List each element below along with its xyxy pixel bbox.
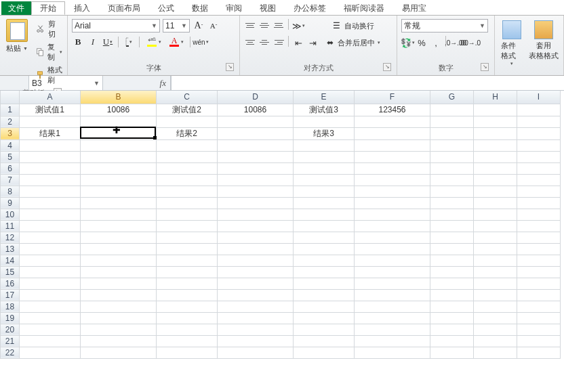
row-header-14[interactable]: 14 <box>1 255 20 266</box>
cell-G6[interactable] <box>430 162 474 174</box>
cell-A12[interactable] <box>20 232 81 243</box>
cell-I10[interactable] <box>517 209 561 220</box>
cell-G9[interactable] <box>430 197 474 209</box>
cell-E18[interactable] <box>294 301 355 312</box>
col-header-H[interactable]: H <box>474 91 517 104</box>
col-header-F[interactable]: F <box>355 91 430 104</box>
cell-F14[interactable] <box>355 255 430 266</box>
select-all-corner[interactable] <box>1 91 20 104</box>
cell-A1[interactable]: 测试值1 <box>20 104 81 116</box>
cell-H4[interactable] <box>474 139 517 151</box>
cell-B8[interactable] <box>81 186 157 197</box>
cell-I12[interactable] <box>517 232 561 243</box>
cell-E2[interactable] <box>294 116 355 127</box>
row-header-17[interactable]: 17 <box>1 289 20 301</box>
cell-H7[interactable] <box>474 174 517 186</box>
cell-B1[interactable]: 10086 <box>81 104 157 116</box>
cell-D4[interactable] <box>218 139 294 151</box>
cell-D9[interactable] <box>218 197 294 209</box>
cell-A15[interactable] <box>20 266 81 278</box>
cell-D21[interactable] <box>218 335 294 347</box>
cell-B9[interactable] <box>81 197 157 209</box>
cell-D22[interactable] <box>218 347 294 358</box>
cell-F21[interactable] <box>355 335 430 347</box>
cell-D19[interactable] <box>218 312 294 324</box>
cell-H8[interactable] <box>474 186 517 197</box>
cell-F8[interactable] <box>355 186 430 197</box>
row-header-5[interactable]: 5 <box>1 151 20 162</box>
font-size-combo[interactable]: 11▼ <box>163 19 190 32</box>
dialog-launcher[interactable]: ↘ <box>226 63 234 71</box>
format-table-button[interactable]: 套用 表格格式 <box>528 20 559 62</box>
cell-H12[interactable] <box>474 232 517 243</box>
cell-A9[interactable] <box>20 197 81 209</box>
tab-data[interactable]: 数据 <box>183 1 217 15</box>
cell-G5[interactable] <box>430 151 474 162</box>
cell-E1[interactable]: 测试值3 <box>294 104 355 116</box>
cell-C21[interactable] <box>157 335 218 347</box>
cell-B22[interactable] <box>81 347 157 358</box>
cell-F11[interactable] <box>355 220 430 232</box>
align-bottom-button[interactable] <box>273 20 285 30</box>
cell-F13[interactable] <box>355 243 430 255</box>
percent-button[interactable]: % <box>416 37 428 49</box>
cell-A5[interactable] <box>20 151 81 162</box>
cell-B7[interactable] <box>81 174 157 186</box>
paste-button[interactable]: 粘贴 ▼ <box>4 18 30 54</box>
number-format-combo[interactable]: 常规▼ <box>401 19 488 32</box>
tab-review[interactable]: 审阅 <box>217 1 251 15</box>
cell-H18[interactable] <box>474 301 517 312</box>
cell-H20[interactable] <box>474 324 517 335</box>
cell-D11[interactable] <box>218 220 294 232</box>
cell-H11[interactable] <box>474 220 517 232</box>
cell-B10[interactable] <box>81 209 157 220</box>
cell-E5[interactable] <box>294 151 355 162</box>
row-header-22[interactable]: 22 <box>1 347 20 358</box>
cell-E14[interactable] <box>294 255 355 266</box>
fill-color-button[interactable]: ⭁▾ <box>144 37 163 47</box>
row-header-20[interactable]: 20 <box>1 324 20 335</box>
cell-B3[interactable] <box>81 127 157 139</box>
cell-I11[interactable] <box>517 220 561 232</box>
cell-F2[interactable] <box>355 116 430 127</box>
cell-F18[interactable] <box>355 301 430 312</box>
cell-D2[interactable] <box>218 116 294 127</box>
cell-F6[interactable] <box>355 162 430 174</box>
cell-B4[interactable] <box>81 139 157 151</box>
cell-A20[interactable] <box>20 324 81 335</box>
cell-A17[interactable] <box>20 289 81 301</box>
cell-C20[interactable] <box>157 324 218 335</box>
cell-F10[interactable] <box>355 209 430 220</box>
cell-E17[interactable] <box>294 289 355 301</box>
cell-F17[interactable] <box>355 289 430 301</box>
col-header-B[interactable]: B <box>81 91 157 104</box>
cell-H1[interactable] <box>474 104 517 116</box>
cell-E9[interactable] <box>294 197 355 209</box>
font-name-combo[interactable]: Arial▼ <box>72 19 160 32</box>
cell-I7[interactable] <box>517 174 561 186</box>
col-header-C[interactable]: C <box>157 91 218 104</box>
cell-G7[interactable] <box>430 174 474 186</box>
cell-B13[interactable] <box>81 243 157 255</box>
cell-B11[interactable] <box>81 220 157 232</box>
cell-A8[interactable] <box>20 186 81 197</box>
cell-I6[interactable] <box>517 162 561 174</box>
cell-A7[interactable] <box>20 174 81 186</box>
cell-C4[interactable] <box>157 139 218 151</box>
cell-E6[interactable] <box>294 162 355 174</box>
cell-C19[interactable] <box>157 312 218 324</box>
row-header-8[interactable]: 8 <box>1 186 20 197</box>
tab-formula[interactable]: 公式 <box>149 1 183 15</box>
formula-bar[interactable] <box>171 76 564 90</box>
cell-H5[interactable] <box>474 151 517 162</box>
cell-C22[interactable] <box>157 347 218 358</box>
cell-H22[interactable] <box>474 347 517 358</box>
cell-A6[interactable] <box>20 162 81 174</box>
orientation-button[interactable]: ≫▾ <box>292 20 304 32</box>
cell-G16[interactable] <box>430 278 474 289</box>
cell-H3[interactable] <box>474 127 517 139</box>
conditional-format-button[interactable]: 条件格式 ▾ <box>499 20 524 67</box>
shrink-font-button[interactable]: Aˇ <box>207 20 220 32</box>
cell-H10[interactable] <box>474 209 517 220</box>
cell-F1[interactable]: 123456 <box>355 104 430 116</box>
